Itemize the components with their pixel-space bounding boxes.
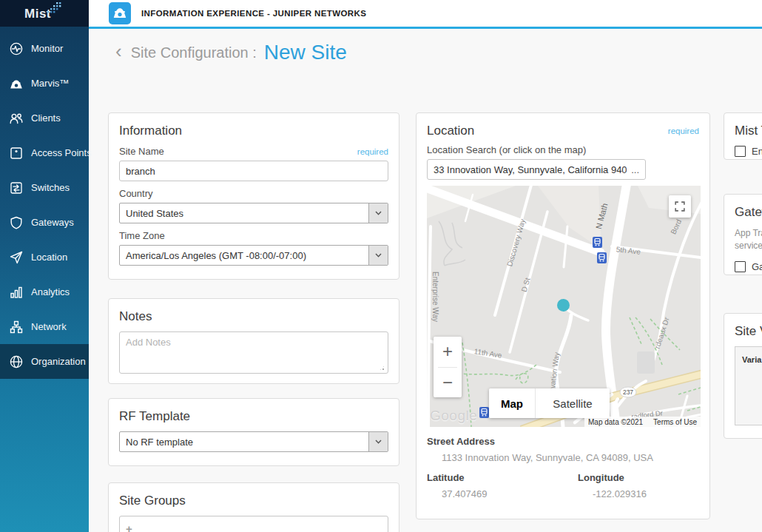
gateways-icon [9, 215, 24, 230]
sidebar-item-label: Analytics [31, 286, 70, 297]
zoom-out-button[interactable]: − [434, 368, 462, 398]
rf-template-select[interactable]: No RF template [119, 431, 388, 452]
satellite-view-button[interactable]: Satellite [536, 388, 610, 418]
map-location-marker[interactable] [557, 299, 570, 312]
sidebar-item-label: Switches [31, 182, 70, 193]
map-label: Enterprise Way [431, 272, 439, 322]
map-view-button[interactable]: Map [489, 388, 536, 418]
sidebar-item-label: Gateways [31, 217, 74, 228]
mist-tunnel-panel: Mist T Ena [724, 112, 762, 160]
information-panel: Information Site Name required Country U… [108, 112, 399, 280]
notes-panel-title: Notes [119, 309, 388, 324]
longitude-value: -122.029316 [593, 488, 647, 499]
site-variables-table: Varia [735, 346, 762, 425]
required-badge: required [357, 147, 388, 156]
map-data-copyright: Map data ©2021 [588, 418, 643, 426]
ellipsis-icon: ... [631, 164, 639, 175]
logo-dots-icon [47, 2, 64, 16]
monitor-icon [9, 41, 24, 56]
gateway-description-line1: App Tra [735, 227, 762, 240]
sidebar-item-analytics[interactable]: Analytics [0, 275, 89, 309]
notes-textarea[interactable] [119, 331, 388, 374]
map-canvas[interactable]: 237 Discovery Way D St Enterprise Way N … [427, 186, 701, 427]
top-header: INFORMATION EXPERIENCE - JUNIPER NETWORK… [89, 0, 762, 29]
location-search-label: Location Search (or click on the map) [427, 144, 699, 155]
access-point-icon [109, 2, 131, 24]
page-title: New Site [264, 41, 347, 64]
sidebar-item-marvis[interactable]: Marvis™ [0, 66, 89, 101]
sidebar-item-organization[interactable]: Organization [0, 344, 89, 379]
breadcrumb-section[interactable]: Site Configuration : [131, 44, 257, 61]
site-name-input[interactable] [119, 161, 388, 181]
location-search-value: 33 Innovation Way, Sunnyvale, California… [434, 164, 627, 175]
add-icon[interactable]: + [126, 522, 132, 532]
transit-station-icon[interactable] [593, 237, 602, 248]
variable-column-header: Varia [742, 355, 761, 364]
sidebar-item-label: Marvis™ [31, 78, 69, 89]
breadcrumb: ‹ Site Configuration : New Site [115, 37, 347, 68]
location-panel: Location required Location Search (or cl… [416, 112, 710, 519]
gateway-checkbox-label: Gat [752, 261, 762, 272]
gateway-checkbox[interactable] [735, 261, 746, 272]
clients-icon [9, 111, 24, 126]
location-search-input[interactable]: 33 Innovation Way, Sunnyvale, California… [427, 159, 646, 180]
location-icon [9, 250, 24, 265]
sidebar-item-monitor[interactable]: Monitor [0, 31, 89, 66]
location-panel-title: Location [427, 124, 474, 138]
map-zoom-control: + − [434, 337, 462, 397]
site-groups-panel: Site Groups + [108, 482, 399, 532]
sidebar: Monitor Marvis™ Clients Access Points [0, 27, 89, 532]
gateway-panel: Gatew App Tra service Gat [724, 194, 762, 275]
org-title: INFORMATION EXPERIENCE - JUNIPER NETWORK… [141, 9, 366, 18]
site-groups-input[interactable]: + [119, 516, 388, 532]
zoom-in-button[interactable]: + [434, 337, 462, 367]
transit-station-icon[interactable] [597, 252, 607, 263]
mist-tunnel-panel-title: Mist T [735, 124, 762, 138]
rf-template-select-value: No RF template [120, 432, 368, 451]
site-groups-panel-title: Site Groups [119, 494, 388, 508]
route-badge: 237 [623, 388, 633, 396]
analytics-icon [9, 285, 24, 300]
country-select-value: United States [120, 203, 368, 223]
map-attribution: Map data ©2021 Terms of Use [584, 417, 701, 427]
sidebar-item-label: Network [31, 321, 67, 332]
country-select[interactable]: United States [119, 203, 388, 223]
chevron-down-icon [368, 432, 388, 451]
latitude-value: 37.407469 [442, 488, 578, 499]
marvis-icon [9, 76, 24, 91]
timezone-select-value: America/Los Angeles (GMT -08:00/-07:00) [120, 246, 368, 265]
country-label: Country [119, 188, 388, 199]
chevron-down-icon [368, 203, 388, 223]
rf-template-panel: RF Template No RF template [108, 398, 399, 466]
switches-icon [9, 181, 24, 195]
street-address-label: Street Address [427, 436, 699, 447]
sidebar-item-gateways[interactable]: Gateways [0, 205, 89, 240]
timezone-label: Time Zone [119, 230, 388, 241]
sidebar-item-label: Access Points [31, 147, 92, 158]
sidebar-item-label: Location [31, 252, 67, 263]
street-address-value: 1133 Innovation Way, Sunnyvale, CA 94089… [442, 452, 699, 463]
access-points-icon [9, 146, 24, 161]
fullscreen-button[interactable] [669, 195, 691, 218]
longitude-label: Longitude [578, 472, 647, 483]
network-icon [9, 320, 24, 334]
enable-checkbox[interactable] [735, 146, 746, 157]
back-chevron-icon[interactable]: ‹ [115, 41, 122, 64]
terms-of-use-link[interactable]: Terms of Use [653, 418, 697, 426]
mist-logo[interactable]: Mist [0, 0, 89, 27]
fullscreen-icon [674, 201, 686, 212]
sidebar-item-switches[interactable]: Switches [0, 170, 89, 205]
timezone-select[interactable]: America/Los Angeles (GMT -08:00/-07:00) [119, 245, 388, 266]
latitude-label: Latitude [427, 472, 578, 483]
sidebar-item-label: Monitor [31, 43, 63, 54]
transit-station-icon[interactable] [479, 407, 489, 418]
information-panel-title: Information [119, 124, 388, 138]
map-type-control: Map Satellite [489, 388, 610, 418]
sidebar-item-location[interactable]: Location [0, 240, 89, 275]
organization-icon [9, 354, 24, 369]
chevron-down-icon [368, 246, 388, 265]
google-logo[interactable]: Google [430, 408, 477, 424]
sidebar-item-clients[interactable]: Clients [0, 101, 89, 135]
sidebar-item-access-points[interactable]: Access Points [0, 135, 89, 170]
sidebar-item-network[interactable]: Network [0, 309, 89, 344]
